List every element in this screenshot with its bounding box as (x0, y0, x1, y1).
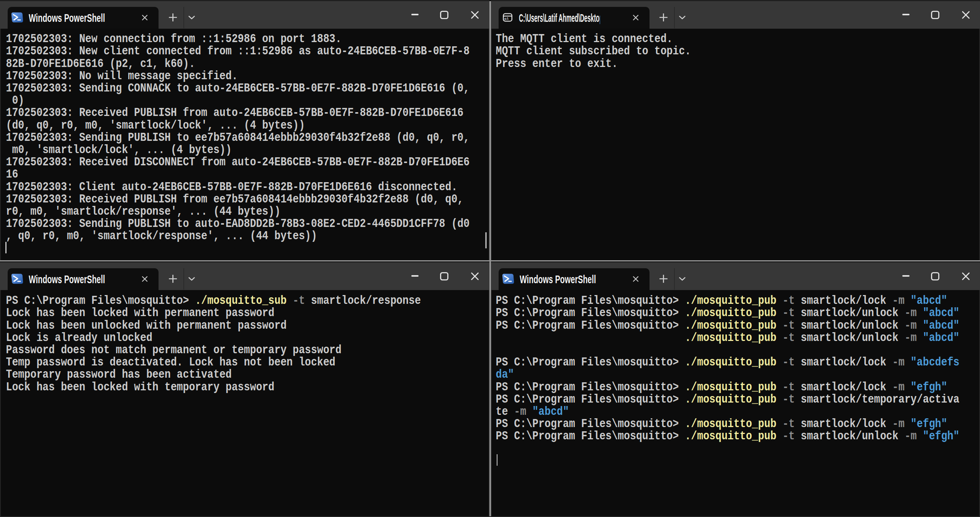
svg-text:c:\: c:\ (504, 17, 509, 21)
